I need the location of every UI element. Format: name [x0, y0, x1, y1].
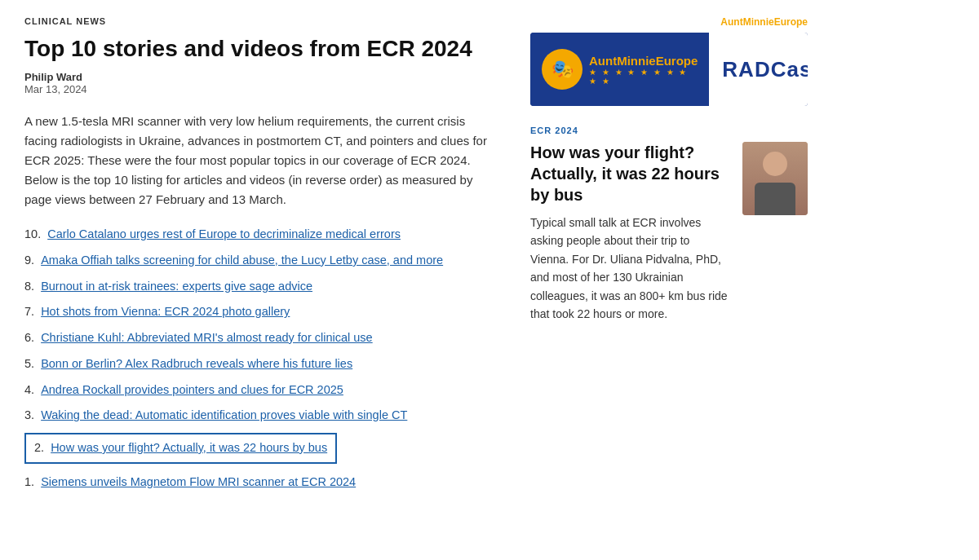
- sidebar-article-title[interactable]: How was your flight? Actually, it was 22…: [530, 142, 731, 205]
- list-number: 1.: [24, 475, 38, 488]
- list-number: 8.: [24, 280, 38, 293]
- radcast-banner[interactable]: 🎭 AuntMinnieEurope ★ ★ ★ ★ ★ ★ ★ ★ ★ ★ R…: [530, 33, 808, 106]
- list-number: 5.: [24, 357, 38, 370]
- list-item: 9. Amaka Offiah talks screening for chil…: [24, 252, 498, 270]
- article-link[interactable]: Burnout in at-risk trainees: experts giv…: [41, 280, 312, 293]
- radcast-label: RADCast: [722, 57, 808, 82]
- list-number: 10.: [24, 227, 44, 240]
- sidebar-article-wrapper: How was your flight? Actually, it was 22…: [530, 142, 808, 323]
- list-item: 1. Siemens unveils Magnetom Flow MRI sca…: [24, 474, 498, 492]
- author-name: Philip Ward: [24, 71, 498, 83]
- list-item: 2. How was your flight? Actually, it was…: [24, 433, 498, 465]
- person-body: [755, 183, 795, 215]
- article-link[interactable]: Amaka Offiah talks screening for child a…: [41, 254, 443, 267]
- logo-part1: AuntMinnie: [589, 54, 656, 68]
- list-number: 2.: [34, 441, 47, 454]
- top-10-list: 10. Carlo Catalano urges rest of Europe …: [24, 226, 498, 492]
- article-link[interactable]: Carlo Catalano urges rest of Europe to d…: [47, 227, 401, 240]
- list-number: 9.: [24, 254, 38, 267]
- intro-paragraph: A new 1.5-tesla MRI scanner with very lo…: [24, 112, 498, 209]
- auntminnie-text: AuntMinnieEurope ★ ★ ★ ★ ★ ★ ★ ★ ★ ★: [589, 54, 698, 86]
- sidebar-article: ECR 2024 How was your flight? Actually, …: [530, 126, 808, 323]
- list-number: 6.: [24, 331, 38, 344]
- author-date: Philip Ward Mar 13, 2024: [24, 71, 498, 95]
- sidebar-article-category: ECR 2024: [530, 126, 808, 135]
- list-item: 7. Hot shots from Vienna: ECR 2024 photo…: [24, 303, 498, 321]
- list-item: 3. Waking the dead: Automatic identifica…: [24, 407, 498, 425]
- logo-part2: Europe: [656, 54, 698, 68]
- list-item: 8. Burnout in at-risk trainees: experts …: [24, 278, 498, 296]
- sidebar-article-body: Typical small talk at ECR involves askin…: [530, 214, 731, 323]
- article-link[interactable]: Andrea Rockall provides pointers and clu…: [41, 383, 343, 396]
- publish-date: Mar 13, 2024: [24, 83, 87, 95]
- article-link[interactable]: Bonn or Berlin? Alex Radbruch reveals wh…: [41, 357, 352, 370]
- category-label: CLINICAL NEWS: [24, 16, 498, 26]
- list-number: 4.: [24, 383, 38, 396]
- euro-stars: ★ ★ ★ ★ ★ ★ ★ ★ ★ ★: [589, 68, 698, 86]
- sidebar-article-image: [742, 142, 808, 215]
- radcast-text-section: RADCast: [709, 33, 808, 106]
- person-head: [763, 152, 787, 176]
- article-link[interactable]: Hot shots from Vienna: ECR 2024 photo ga…: [41, 305, 290, 318]
- list-item: 6. Christiane Kuhl: Abbreviated MRI's al…: [24, 329, 498, 347]
- highlighted-list-item: 2. How was your flight? Actually, it was…: [24, 433, 337, 464]
- article-title: Top 10 stories and videos from ECR 2024: [24, 34, 498, 63]
- list-item: 4. Andrea Rockall provides pointers and …: [24, 381, 498, 399]
- article-link[interactable]: Siemens unveils Magnetom Flow MRI scanne…: [41, 475, 356, 488]
- article-link[interactable]: Waking the dead: Automatic identificatio…: [41, 408, 407, 421]
- sidebar-article-text: How was your flight? Actually, it was 22…: [530, 142, 731, 323]
- list-number: 3.: [24, 408, 38, 421]
- article-link[interactable]: How was your flight? Actually, it was 22…: [51, 441, 327, 454]
- main-content: CLINICAL NEWS Top 10 stories and videos …: [24, 16, 498, 500]
- list-item: 10. Carlo Catalano urges rest of Europe …: [24, 226, 498, 244]
- list-number: 7.: [24, 305, 38, 318]
- article-link[interactable]: Christiane Kuhl: Abbreviated MRI's almos…: [41, 331, 373, 344]
- sidebar-brand-label: AuntMinnieEurope: [530, 16, 808, 28]
- logo-text: AuntMinnieEurope: [589, 54, 698, 68]
- sidebar: AuntMinnieEurope 🎭 AuntMinnieEurope ★ ★ …: [530, 16, 808, 500]
- radcast-logo-section: 🎭 AuntMinnieEurope ★ ★ ★ ★ ★ ★ ★ ★ ★ ★: [530, 33, 709, 106]
- list-item: 5. Bonn or Berlin? Alex Radbruch reveals…: [24, 355, 498, 373]
- person-photo: [742, 142, 808, 215]
- auntminnie-icon: 🎭: [542, 49, 583, 90]
